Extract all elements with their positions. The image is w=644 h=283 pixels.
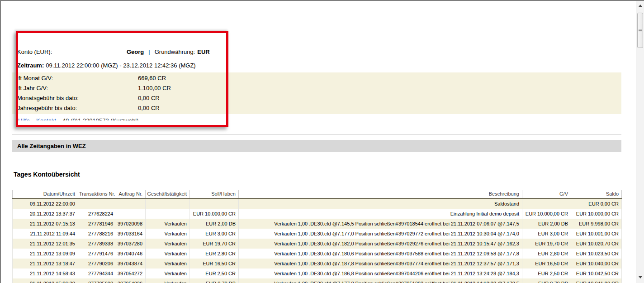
cell-beschreibung: Verkaufen 1,00 .DE30.cfd @7.180,6 Positi…: [239, 249, 522, 259]
cell-geschaeftstaetigkeit: Verkaufen: [146, 259, 190, 269]
column-header-auftrag-nr: Auftrag Nr.: [116, 190, 146, 199]
cell-beschreibung: Verkaufen 1,00 .DE30.cfd @7.145,5 Positi…: [239, 219, 522, 229]
cell-transaktions-nr: 277628224: [78, 209, 116, 219]
cell-gv: EUR 0,70 DB: [522, 278, 571, 283]
cell-saldo: EUR 10.020,70 CR: [571, 239, 622, 249]
cell-auftrag-nr: [116, 209, 146, 219]
cell-transaktions-nr: 277781946: [78, 219, 116, 229]
table-row: 21.11.2012 11:09:44277788216397033164Ver…: [13, 229, 622, 239]
cell-auftrag-nr: 397054272: [116, 269, 146, 278]
cell-gv: EUR 3,00 CR: [522, 229, 571, 239]
cell-datum: 21.11.2012 13:18:47: [13, 259, 78, 269]
cell-saldo: EUR 10.041,80 CR: [571, 278, 622, 283]
cell-transaktions-nr: 277791476: [78, 249, 116, 259]
cell-beschreibung: Verkaufen 1,00 .DE30.cfd @7.177,0 Positi…: [239, 229, 522, 239]
vertical-scrollbar[interactable]: [636, 1, 644, 283]
cell-soll-haben: EUR 2,00 DB: [190, 219, 239, 229]
cell-beschreibung: Verkaufen 1,00 .DE30.cfd @7.186,8 Positi…: [239, 269, 522, 278]
cell-gv: EUR 16,50 CR: [522, 259, 571, 269]
cell-geschaeftstaetigkeit: Verkaufen: [146, 249, 190, 259]
cell-geschaeftstaetigkeit: Verkaufen: [146, 278, 190, 283]
cell-transaktions-nr: 277794344: [78, 269, 116, 278]
cell-datum: 21.11.2012 15:06:30: [13, 278, 78, 283]
annotation-rectangle: [16, 31, 228, 127]
window-border-top: [0, 0, 644, 1]
table-header-row: Datum/UhrzeitTransaktions Nr.Auftrag Nr.…: [13, 190, 622, 199]
cell-beschreibung: Verkaufen 1,00 .DE30.cfd @7.182,0 Positi…: [239, 239, 522, 249]
window-border-left: [0, 0, 1, 283]
transactions-table: Datum/UhrzeitTransaktions Nr.Auftrag Nr.…: [12, 190, 622, 283]
cell-gv: EUR 2,00 DB: [522, 219, 571, 229]
cell-datum: 20.11.2012 13:37:37: [13, 209, 78, 219]
cell-soll-haben: EUR 3,00 CR: [190, 229, 239, 239]
cell-saldo: EUR 10.000,00 CR: [571, 209, 622, 219]
cell-soll-haben: EUR 2,80 CR: [190, 249, 239, 259]
column-header-gv: G/V: [522, 190, 571, 199]
scrollbar-thumb[interactable]: [637, 13, 643, 48]
cell-saldo: EUR 9.998,00 CR: [571, 219, 622, 229]
table-row: 21.11.2012 15:06:30277795600397054826Ver…: [13, 278, 622, 283]
column-header-beschreibung: Beschreibung: [239, 190, 522, 199]
cell-gv: EUR 19,70 CR: [522, 239, 571, 249]
cell-datum: 21.11.2012 12:01:35: [13, 239, 78, 249]
column-header-soll-haben: Soll/Haben: [190, 190, 239, 199]
cell-transaktions-nr: 277790206: [78, 259, 116, 269]
cell-auftrag-nr: 397037280: [116, 239, 146, 249]
cell-datum: 21.11.2012 11:09:44: [13, 229, 78, 239]
cell-auftrag-nr: 397020098: [116, 219, 146, 229]
cell-beschreibung: Einzahlung Initial demo deposit: [239, 209, 522, 219]
column-header-transaktions-nr: Transaktions Nr.: [78, 190, 116, 199]
table-row: 21.11.2012 07:15:13277781946397020098Ver…: [13, 219, 622, 229]
table-row: 21.11.2012 13:09:09277791476397040746Ver…: [13, 249, 622, 259]
divider-top: [12, 134, 621, 135]
cell-auftrag-nr: 397054826: [116, 278, 146, 283]
scroll-down-icon[interactable]: [636, 274, 644, 280]
table-row: 21.11.2012 12:01:35277789338397037280Ver…: [13, 239, 622, 249]
cell-transaktions-nr: 277795600: [78, 278, 116, 283]
cell-saldo: EUR 10.023,50 CR: [571, 249, 622, 259]
column-header-saldo: Saldo: [571, 190, 622, 199]
cell-datum: 21.11.2012 14:58:43: [13, 269, 78, 278]
cell-geschaeftstaetigkeit: Verkaufen: [146, 239, 190, 249]
table-row: 21.11.2012 13:18:47277790206397043874Ver…: [13, 259, 622, 269]
cell-beschreibung: Verkaufen 1,00 .DE30.cfd @7.177,8 Positi…: [239, 278, 522, 283]
statement-page: Konto (EUR):Georg|Grundwährung:EUR Zeitr…: [0, 0, 644, 283]
notice-bar-text: Alle Zeitangaben in WEZ: [17, 143, 86, 149]
cell-saldo: EUR 10.040,00 CR: [571, 259, 622, 269]
cell-soll-haben: EUR 2,50 CR: [190, 269, 239, 278]
divider-bottom: [12, 156, 621, 156]
cell-datum: 21.11.2012 13:09:09: [13, 249, 78, 259]
cell-soll-haben: EUR 19,70 CR: [190, 239, 239, 249]
cell-transaktions-nr: 277788216: [78, 229, 116, 239]
scrollbar-grip-icon: [639, 29, 642, 32]
cell-geschaeftstaetigkeit: Verkaufen: [146, 229, 190, 239]
cell-saldo: EUR 0,00 CR: [571, 198, 622, 209]
cell-gv: [522, 198, 571, 209]
cell-gv: EUR 2,50 CR: [522, 269, 571, 278]
column-header-datum: Datum/Uhrzeit: [13, 190, 78, 199]
scroll-up-icon[interactable]: [636, 2, 644, 9]
cell-datum: 21.11.2012 07:15:13: [13, 219, 78, 229]
cell-geschaeftstaetigkeit: [146, 198, 190, 209]
cell-auftrag-nr: [116, 198, 146, 209]
cell-soll-haben: EUR 16,50 CR: [190, 259, 239, 269]
cell-soll-haben: EUR 0,70 DB: [190, 278, 239, 283]
cell-auftrag-nr: 397043874: [116, 259, 146, 269]
cell-gv: EUR 10.000,00 CR: [522, 209, 571, 219]
table-row: 09.11.2012 22:00:00SaldostandEUR 0,00 CR: [13, 198, 622, 209]
cell-auftrag-nr: 397040746: [116, 249, 146, 259]
table-row: 20.11.2012 13:37:37277628224EUR 10.000,0…: [13, 209, 622, 219]
cell-soll-haben: EUR 10.000,00 CR: [190, 209, 239, 219]
table-row: 21.11.2012 14:58:43277794344397054272Ver…: [13, 269, 622, 278]
notice-bar: Alle Zeitangaben in WEZ: [12, 140, 621, 152]
cell-geschaeftstaetigkeit: Verkaufen: [146, 219, 190, 229]
cell-geschaeftstaetigkeit: Verkaufen: [146, 269, 190, 278]
cell-datum: 09.11.2012 22:00:00: [13, 198, 78, 209]
cell-transaktions-nr: [78, 198, 116, 209]
cell-soll-haben: [190, 198, 239, 209]
cell-saldo: EUR 10.001,00 CR: [571, 229, 622, 239]
cell-beschreibung: Saldostand: [239, 198, 522, 209]
cell-transaktions-nr: 277789338: [78, 239, 116, 249]
cell-auftrag-nr: 397033164: [116, 229, 146, 239]
cell-saldo: EUR 10.042,50 CR: [571, 269, 622, 278]
